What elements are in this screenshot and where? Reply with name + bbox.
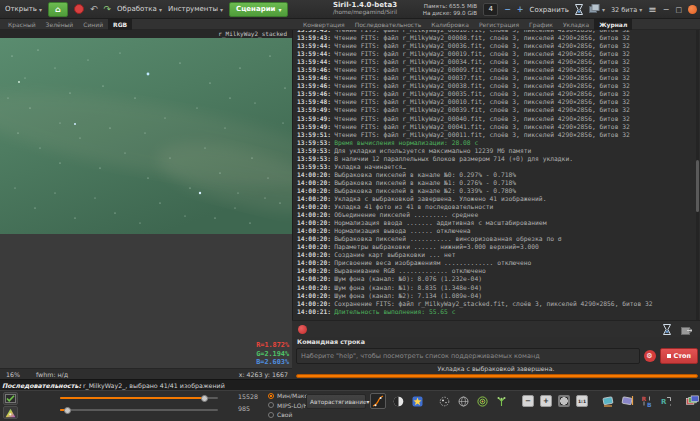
livestack-record-button[interactable] (74, 4, 84, 14)
log-line: 13:59:46:Чтение FITS: файл r_MilkyWay2_0… (297, 82, 700, 90)
processing-menu-button[interactable]: Обработка ▾ (117, 5, 162, 13)
undo-button[interactable]: ↶ (90, 5, 98, 14)
histogram-curve-button[interactable] (370, 393, 386, 409)
rotate-channel-button[interactable]: R (659, 395, 672, 408)
close-button[interactable] (688, 5, 697, 14)
workflow-tab[interactable]: Калибровка (426, 19, 474, 30)
home-cwd-button[interactable]: ⌂ (48, 2, 68, 17)
zoom-out-button[interactable]: − (522, 395, 534, 407)
log-line: 14:00:20:Нормализация вывода ...... откл… (297, 227, 700, 235)
display-mode-radio[interactable]: Свой (268, 410, 310, 420)
low-level-slider[interactable] (60, 406, 218, 414)
log-line: 13:59:44:Чтение FITS: файл r_MilkyWay2_0… (297, 58, 700, 66)
workflow-tab[interactable]: Регистрация (474, 19, 524, 30)
mirror-x-button[interactable] (602, 395, 615, 408)
bit-depth-selector[interactable]: 32 бита ▾ (611, 6, 642, 14)
tools-label: Инструменты (168, 5, 218, 13)
layers-icon (589, 4, 600, 15)
negative-view-icon[interactable] (392, 395, 405, 408)
threads-spinbox[interactable]: 4 (483, 3, 498, 16)
tools-menu-button[interactable]: Инструменты ▾ (168, 5, 223, 13)
scripts-menu-button[interactable]: Сценарии ▾ (229, 2, 288, 17)
pause-log-icon[interactable] (663, 320, 671, 339)
display-mode-radio[interactable]: Мин/Макс (268, 391, 310, 401)
image-name-bar: r_MilkyWay2_stacked (0, 30, 292, 38)
channel-tab[interactable]: RGB (108, 19, 132, 30)
bit-depth-label: 32 бита (611, 6, 637, 14)
stretch-mode-dropdown[interactable]: Авторастягивание ▾ (306, 394, 366, 409)
hourglass-icon (575, 0, 583, 19)
image-status-bar: 16% fwhm: н/д x: 4263 y: 1667 (0, 368, 292, 379)
fit-icon (560, 397, 568, 405)
command-input[interactable] (296, 348, 640, 364)
workflow-tab[interactable]: Последовательность (350, 19, 427, 30)
sequence-label: Последовательность: (2, 382, 81, 389)
star-detection-icon[interactable] (411, 395, 424, 408)
export-log-icon[interactable] (681, 320, 692, 339)
workflow-tab[interactable]: Журнал (594, 19, 632, 30)
preview-mode-button[interactable] (3, 392, 18, 405)
log-line: 14:00:20:Создание карт выбраковки ... не… (297, 251, 700, 259)
save-button[interactable]: Сохранить (530, 6, 569, 14)
celestial-grid-icon[interactable] (457, 395, 470, 408)
stretch-mode-label: Авторастягивание (310, 399, 367, 405)
chevron-down-icon: ▾ (159, 6, 162, 13)
channel-tab[interactable]: Зелёный (41, 19, 79, 30)
low-slider-handle[interactable] (64, 407, 71, 414)
chevron-down-icon: ▾ (220, 6, 223, 13)
channel-tab[interactable]: Синий (78, 19, 108, 30)
hamburger-menu-button[interactable]: ≡ (648, 4, 656, 15)
minimize-button[interactable]: − (663, 5, 670, 15)
log-line: 13:59:48:Чтение FITS: файл r_MilkyWay2_0… (297, 98, 700, 106)
zoom-one-to-one-button[interactable]: 1:1 (576, 395, 588, 407)
log-scrollbar-thumb[interactable] (696, 160, 699, 212)
svg-text:R: R (661, 398, 667, 406)
photometry-icon[interactable] (476, 395, 489, 408)
zoom-in-button[interactable]: + (540, 395, 552, 407)
mirror-y-button[interactable] (621, 395, 634, 408)
color-gamut-button[interactable] (3, 406, 18, 419)
log-scrollbar[interactable] (696, 30, 699, 320)
log-record-button[interactable] (298, 325, 307, 334)
frame-list-button[interactable] (686, 395, 699, 408)
command-gear-icon[interactable]: ⚙ (644, 350, 656, 362)
high-level-slider[interactable] (60, 394, 218, 402)
redo-button[interactable]: ↷ (104, 5, 112, 14)
workflow-tab[interactable]: График (524, 19, 558, 30)
log-line: 14:00:20:Шум фона (канал: №0): 8.076 (1.… (297, 275, 700, 283)
snapshot-menu-button[interactable]: ▾ (589, 4, 605, 15)
threads-decrease-button[interactable]: − (504, 5, 511, 14)
chevron-down-icon: ▾ (639, 6, 642, 13)
log-line: 13:59:53:Для укладки используется максим… (297, 147, 700, 155)
zoom-fit-button[interactable] (558, 395, 570, 407)
channel-tab[interactable]: Красный (3, 19, 41, 30)
console-toolbar (292, 320, 700, 337)
log-line: 14:00:20:Шум фона (канал: №1): 8.835 (1.… (297, 284, 700, 292)
tabs-row: КрасныйЗелёныйСинийRGB КонвертацияПослед… (0, 19, 700, 30)
swap-red-blue-button[interactable]: RB (640, 395, 653, 408)
home-icon: ⌂ (55, 5, 61, 14)
display-mode-radio[interactable]: MIPS-LO/HI (268, 401, 310, 411)
threads-increase-button[interactable]: + (517, 5, 524, 14)
working-directory: /home/megamind/Siril (285, 9, 445, 16)
log-line: 14:00:20:Присвоение веса изображениям ..… (297, 259, 700, 267)
log-line: 14:00:20:Укладка 41 фото из 41 в последо… (297, 203, 700, 211)
log-line: 14:00:20:Параметры выбраковки ...... ниж… (297, 243, 700, 251)
workflow-tab[interactable]: Укладка (558, 19, 594, 30)
log-line: 14:00:20:Выбраковка пикселей в канале №2… (297, 187, 700, 195)
background-samples-icon[interactable] (495, 395, 508, 408)
log-console[interactable]: 13:59:43:Чтение FITS: файл r_MilkyWay2_0… (292, 30, 700, 320)
log-line: 13:59:44:Чтение FITS: файл r_MilkyWay2_0… (297, 42, 700, 50)
sequence-value: r_MilkyWay2_, выбрано 41/41 изображений (81, 382, 225, 389)
high-slider-handle[interactable] (201, 395, 208, 402)
progress-bar (296, 374, 698, 378)
log-line: 13:59:49:Чтение FITS: файл r_MilkyWay2_0… (297, 115, 700, 123)
annotations-icon[interactable] (438, 395, 451, 408)
log-line: 13:59:51:Чтение FITS: файл r_MilkyWay2_0… (297, 131, 700, 139)
stop-button[interactable]: Стоп (660, 348, 699, 364)
maximize-button[interactable]: □ (675, 5, 682, 15)
log-line: 14:00:20:Шум фона (канал: №2): 7.134 (1.… (297, 292, 700, 300)
workflow-tab[interactable]: Конвертация (298, 19, 350, 30)
image-preview[interactable] (0, 38, 292, 234)
open-button[interactable]: Открыть ▾ (5, 5, 42, 13)
